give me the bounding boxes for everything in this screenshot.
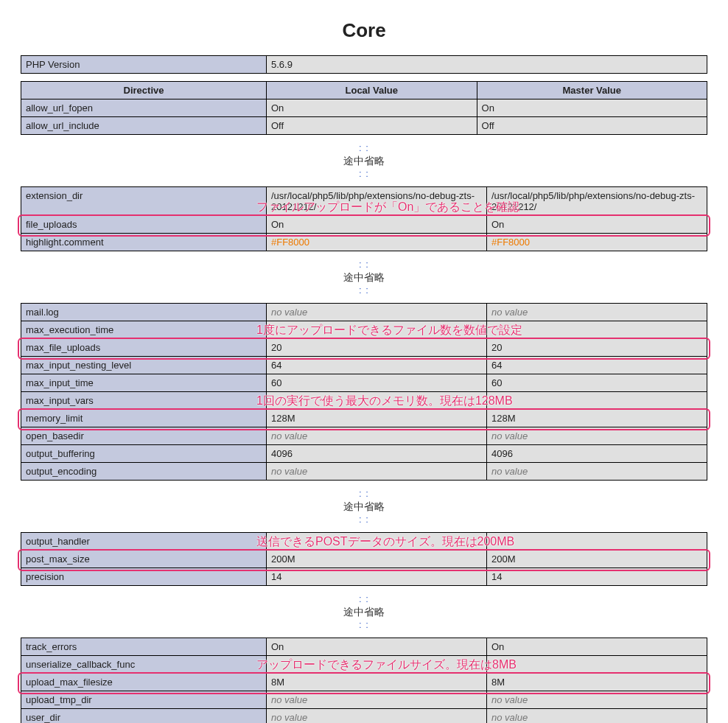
directive-name: extension_dir — [21, 187, 267, 216]
master-value: On — [487, 638, 707, 656]
directive-name: PHP Version — [21, 56, 267, 74]
directive-name: max_input_vars — [21, 392, 267, 410]
table-row: output_handler — [21, 533, 707, 551]
local-value — [267, 321, 487, 339]
table-row: allow_url_includeOffOff — [21, 117, 707, 135]
table-row: open_basedirno valueno value — [21, 427, 707, 445]
local-value: 64 — [267, 357, 487, 374]
directive-table-4: output_handlerpost_max_size200M200Mpreci… — [21, 532, 707, 586]
table-row: allow_url_fopenOnOn — [21, 99, 707, 117]
table-row: user_dirno valueno value — [21, 709, 707, 724]
directive-name: max_input_time — [21, 374, 267, 392]
master-value: 20 — [487, 339, 707, 357]
directive-name: output_encoding — [21, 463, 267, 481]
dots-icon: : : — [21, 593, 707, 604]
directive-name: max_input_nesting_level — [21, 357, 267, 374]
local-value: no value — [267, 463, 487, 481]
directive-name: upload_tmp_dir — [21, 691, 267, 709]
master-value: On — [487, 216, 707, 234]
col-directive: Directive — [21, 82, 267, 99]
table-row: highlight.comment#FF8000#FF8000 — [21, 234, 707, 251]
omit-label: 途中省略 — [21, 271, 707, 284]
local-value: 60 — [267, 374, 487, 392]
dots-icon: : : — [21, 619, 707, 630]
directive-name: file_uploads — [21, 216, 267, 234]
omit-label: 途中省略 — [21, 155, 707, 168]
directive-table-2: extension_dir/usr/local/php5/lib/php/ext… — [21, 186, 707, 251]
table-row: max_input_vars — [21, 392, 707, 410]
local-value: On — [267, 216, 487, 234]
table-row: output_buffering40964096 — [21, 445, 707, 463]
dots-icon: : : — [21, 259, 707, 270]
dots-icon: : : — [21, 168, 707, 179]
directive-value: 5.6.9 — [267, 56, 707, 74]
directive-name: output_buffering — [21, 445, 267, 463]
dots-icon: : : — [21, 142, 707, 153]
local-value — [267, 656, 487, 674]
directive-table-5: track_errorsOnOnunserialize_callback_fun… — [21, 638, 707, 723]
dots-icon: : : — [21, 488, 707, 499]
master-value — [487, 533, 707, 551]
directive-name: precision — [21, 568, 267, 586]
local-value: 14 — [267, 568, 487, 586]
table-row: max_execution_time — [21, 321, 707, 339]
table-row: post_max_size200M200M — [21, 551, 707, 568]
directive-name: open_basedir — [21, 427, 267, 445]
directive-name: output_handler — [21, 533, 267, 551]
local-value: 200M — [267, 551, 487, 568]
local-value: no value — [267, 427, 487, 445]
master-value — [487, 392, 707, 410]
directive-name: allow_url_fopen — [21, 99, 267, 117]
master-value: /usr/local/php5/lib/php/extensions/no-de… — [487, 187, 707, 216]
table-row: file_uploadsOnOn — [21, 216, 707, 234]
local-value: no value — [267, 691, 487, 709]
master-value: no value — [487, 304, 707, 321]
local-value — [267, 533, 487, 551]
table-row: PHP Version 5.6.9 — [21, 56, 707, 74]
directive-name: unserialize_callback_func — [21, 656, 267, 674]
local-value: 4096 — [267, 445, 487, 463]
master-value: Off — [477, 117, 707, 135]
local-value: no value — [267, 709, 487, 724]
table-row: precision1414 — [21, 568, 707, 586]
directive-table-3: mail.logno valueno valuemax_execution_ti… — [21, 303, 707, 481]
master-value: 128M — [487, 410, 707, 427]
table-row: max_input_time6060 — [21, 374, 707, 392]
table-row: memory_limit128M128M — [21, 410, 707, 427]
table-row: max_file_uploads2020 — [21, 339, 707, 357]
directive-name: max_execution_time — [21, 321, 267, 339]
local-value: On — [267, 99, 477, 117]
local-value: no value — [267, 304, 487, 321]
local-value: On — [267, 638, 487, 656]
directive-name: mail.log — [21, 304, 267, 321]
directive-table-1: Directive Local Value Master Value allow… — [21, 81, 707, 135]
local-value: Off — [267, 117, 477, 135]
table-row: output_encodingno valueno value — [21, 463, 707, 481]
table-row: mail.logno valueno value — [21, 304, 707, 321]
directive-name: highlight.comment — [21, 234, 267, 251]
local-value: #FF8000 — [267, 234, 487, 251]
php-version-table: PHP Version 5.6.9 — [21, 55, 707, 74]
directive-name: allow_url_include — [21, 117, 267, 135]
master-value: no value — [487, 463, 707, 481]
col-local: Local Value — [267, 82, 477, 99]
master-value: 8M — [487, 674, 707, 691]
omitted-marker: : : 途中省略 : : — [21, 142, 707, 179]
master-value: 200M — [487, 551, 707, 568]
table-row: upload_max_filesize8M8M — [21, 674, 707, 691]
local-value — [267, 392, 487, 410]
omit-label: 途中省略 — [21, 500, 707, 514]
directive-name: upload_max_filesize — [21, 674, 267, 691]
omitted-marker: : : 途中省略 : : — [21, 259, 707, 296]
local-value: 20 — [267, 339, 487, 357]
directive-name: user_dir — [21, 709, 267, 724]
master-value: 60 — [487, 374, 707, 392]
local-value: 8M — [267, 674, 487, 691]
local-value: /usr/local/php5/lib/php/extensions/no-de… — [267, 187, 487, 216]
master-value — [487, 321, 707, 339]
header-row: Directive Local Value Master Value — [21, 82, 707, 99]
master-value: On — [477, 99, 707, 117]
table-row: max_input_nesting_level6464 — [21, 357, 707, 374]
table-row: upload_tmp_dirno valueno value — [21, 691, 707, 709]
master-value: 64 — [487, 357, 707, 374]
